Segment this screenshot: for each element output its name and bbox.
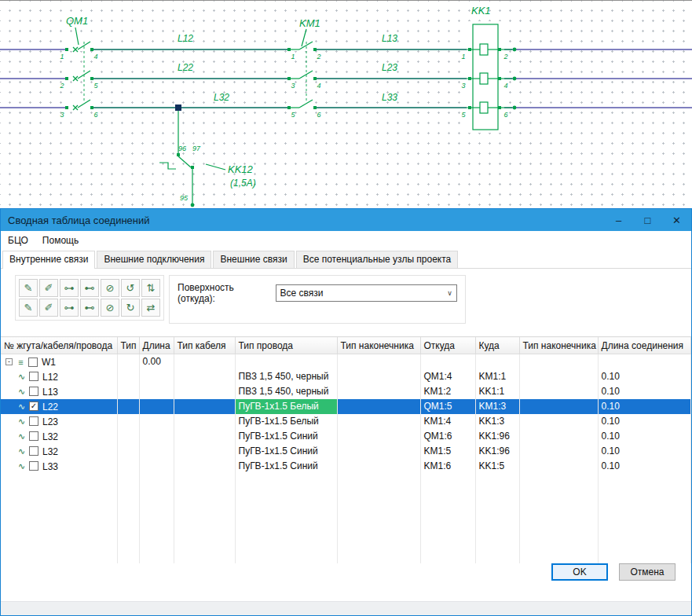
- maximize-button[interactable]: □: [633, 209, 662, 231]
- clear-connection-icon[interactable]: ⊘: [101, 279, 119, 297]
- link-connection-icon[interactable]: ⊶: [60, 279, 79, 297]
- column-header[interactable]: Тип: [117, 337, 139, 354]
- svg-text:95: 95: [180, 194, 189, 202]
- close-button[interactable]: ✕: [662, 209, 691, 231]
- column-header[interactable]: Тип наконечника: [337, 337, 420, 354]
- undo-connection-icon[interactable]: ↺: [121, 279, 140, 297]
- menu-item-btso[interactable]: БЦО: [1, 233, 35, 248]
- table-row-l13[interactable]: ∿L13ПВ3 1,5 450, черныйKM1:2KK1:10.10: [1, 384, 691, 399]
- aux-contact-kk12[interactable]: [159, 111, 225, 207]
- table-row-w1[interactable]: -≡W10.00: [1, 354, 691, 369]
- table-row-l32[interactable]: ∿L32ПуГВ-1х1.5 СинийQM1:6KK1:960.10: [1, 429, 691, 444]
- cell-dlina_soedineniya: 0.10: [598, 444, 691, 459]
- app-screen: QM1 1 4 2 5 3 6: [0, 0, 692, 616]
- cell-tip: [117, 399, 139, 414]
- cell-dlina_soedineniya: 0.10: [598, 459, 691, 474]
- cell-dlina: [139, 399, 174, 414]
- cell-kuda: KK1:5: [475, 459, 519, 474]
- column-header[interactable]: Тип наконечника: [519, 337, 598, 354]
- table-row-l23[interactable]: ∿L23ПуГВ-1х1.5 БелыйKM1:4KK1:30.10: [1, 414, 691, 429]
- title-bar[interactable]: Сводная таблица соединений –□✕: [1, 209, 691, 231]
- cell-tip_kabelya: [174, 399, 235, 414]
- empty-row: [1, 489, 691, 504]
- breaker-label: QM1: [66, 15, 88, 27]
- cell-kuda: KM1:1: [475, 369, 519, 384]
- chain-connection-icon[interactable]: ⊷: [80, 279, 99, 297]
- column-header[interactable]: № жгута/кабеля/провода: [1, 337, 117, 354]
- window-controls: –□✕: [604, 209, 691, 231]
- tab-internal-connections[interactable]: Внутренние связи: [2, 251, 95, 269]
- cell-tip: [117, 414, 139, 429]
- wire-end-dots: [513, 48, 517, 110]
- edit-connection-icon[interactable]: ✎: [19, 279, 38, 297]
- cell-kuda: KK1:1: [475, 384, 519, 399]
- ok-button[interactable]: OK: [551, 563, 608, 581]
- cell-tip_nakonechnika2: [519, 384, 598, 399]
- row-label: L23: [42, 416, 58, 427]
- table-row-l12[interactable]: ∿L12ПВ3 1,5 450, черныйQM1:4KM1:10.10: [1, 369, 691, 384]
- table-row-l33[interactable]: ∿L33ПуГВ-1х1.5 СинийKM1:6KK1:50.10: [1, 459, 691, 474]
- chevron-down-icon: ∨: [443, 289, 456, 297]
- menu-item-help[interactable]: Помощь: [35, 233, 86, 248]
- column-header[interactable]: Откуда: [420, 337, 475, 354]
- tab-external-connections[interactable]: Внешние связи: [213, 251, 294, 268]
- edit-connection-2-icon[interactable]: ✎: [19, 299, 38, 317]
- svg-text:6: 6: [503, 111, 507, 119]
- column-header[interactable]: Куда: [475, 337, 519, 354]
- tree-expander[interactable]: -: [5, 358, 13, 365]
- cell-tip_provoda: ПВ3 1,5 450, черный: [235, 384, 337, 399]
- svg-text:2: 2: [316, 53, 320, 60]
- row-checkbox[interactable]: [29, 446, 38, 456]
- edit-connection-props-icon[interactable]: ✐: [39, 279, 58, 297]
- row-label: L13: [42, 386, 58, 397]
- toolbar-button-group: ✎✐⊶⊷⊘↺⇅ ✎✐⊶⊷⊘↻⇄: [15, 275, 164, 321]
- wire-icon: ∿: [16, 461, 27, 471]
- minimize-button[interactable]: –: [604, 209, 633, 231]
- cell-kuda: [475, 354, 519, 369]
- table-row-l32[interactable]: ∿L32ПуГВ-1х1.5 СинийKM1:5KK1:960.10: [1, 444, 691, 459]
- footer: OK Отмена: [1, 563, 691, 602]
- column-header[interactable]: Длина: [139, 337, 174, 354]
- clear-connection-2-icon[interactable]: ⊘: [101, 299, 119, 317]
- edit-connection-props-2-icon[interactable]: ✐: [39, 299, 58, 317]
- chain-connection-2-icon[interactable]: ⊷: [80, 299, 99, 317]
- junction-node[interactable]: [175, 104, 181, 111]
- toolbar-area: ✎✐⊶⊷⊘↺⇅ ✎✐⊶⊷⊘↻⇄ Поверхность (откуда): Вс…: [15, 275, 691, 324]
- svg-text:L23: L23: [382, 62, 397, 73]
- table-row-l22[interactable]: ∿✓L22ПуГВ-1х1.5 БелыйQM1:5KM1:30.10: [1, 399, 691, 414]
- table-header-row: № жгута/кабеля/проводаТипДлинаТип кабеля…: [1, 337, 691, 354]
- cell-tip: [117, 354, 139, 369]
- svg-text:6: 6: [93, 111, 97, 119]
- filter-connections-icon[interactable]: ⇅: [141, 279, 160, 297]
- redo-connection-icon[interactable]: ↻: [121, 299, 140, 317]
- cell-tip_nakonechnika2: [519, 354, 598, 369]
- row-checkbox[interactable]: [29, 372, 38, 381]
- bottom-strip: [1, 601, 691, 615]
- cancel-button[interactable]: Отмена: [619, 563, 676, 581]
- cell-dlina: [139, 459, 174, 474]
- cell-tip_kabelya: [174, 429, 235, 444]
- cell-otkuda: KM1:6: [420, 459, 475, 474]
- tab-external-hookups[interactable]: Внешние подключения: [97, 251, 211, 268]
- link-connection-2-icon[interactable]: ⊶: [60, 299, 79, 317]
- row-checkbox[interactable]: ✓: [29, 402, 38, 411]
- row-checkbox[interactable]: [29, 387, 38, 396]
- tab-all-potential-nodes[interactable]: Все потенциальные узлы проекта: [296, 251, 459, 268]
- column-header[interactable]: Тип кабеля: [174, 337, 235, 354]
- column-header[interactable]: Длина соединения: [598, 337, 691, 354]
- cell-tip_kabelya: [174, 414, 235, 429]
- row-checkbox[interactable]: [29, 416, 38, 426]
- surface-combobox[interactable]: Все связи ∨: [276, 284, 457, 302]
- column-header[interactable]: Тип провода: [235, 337, 337, 354]
- svg-text:97: 97: [192, 145, 201, 152]
- swap-ends-icon[interactable]: ⇄: [141, 299, 160, 317]
- row-checkbox[interactable]: [29, 461, 38, 471]
- cell-tip_nakonechnika2: [519, 429, 598, 444]
- row-checkbox[interactable]: [29, 431, 38, 441]
- cell-tip: [117, 369, 139, 384]
- cell-tip_nakonechnika2: [519, 399, 598, 414]
- cell-dlina_soedineniya: [598, 354, 691, 369]
- cell-tip_nakonechnika: [337, 369, 420, 384]
- harness-icon: ≡: [15, 358, 27, 367]
- row-checkbox[interactable]: [28, 358, 38, 367]
